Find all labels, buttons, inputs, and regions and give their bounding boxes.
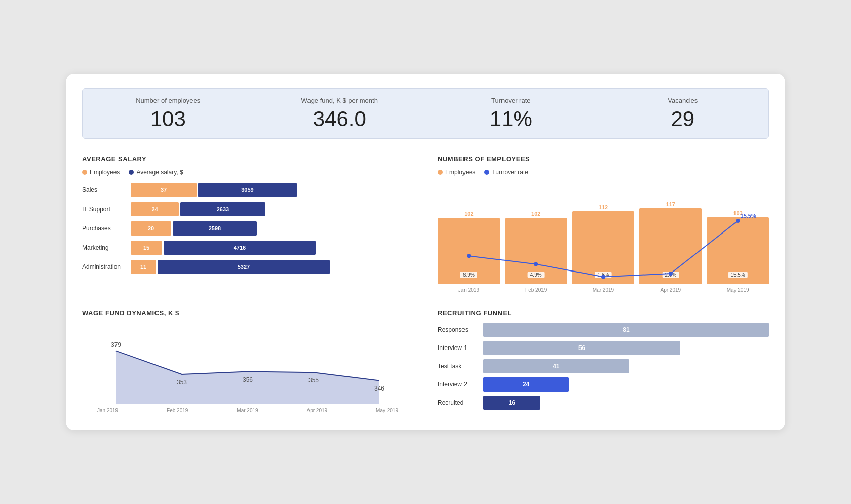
funnel-row-label: Recruited <box>438 399 478 406</box>
funnel-bar-wrap: 24 <box>483 377 769 392</box>
emp-bar-top-label: 112 <box>599 204 608 210</box>
wage-x-label: May 2019 <box>376 408 398 413</box>
emp-x-label: Apr 2019 <box>639 287 702 293</box>
funnel-bar: 81 <box>483 323 769 337</box>
emp-x-label: Feb 2019 <box>505 287 567 293</box>
funnel-bar-wrap: 16 <box>483 396 769 410</box>
avg-salary-legend: EmployeesAverage salary, $ <box>82 169 413 176</box>
funnel-bar-wrap: 56 <box>483 341 769 355</box>
funnel-row: Interview 224 <box>438 377 769 392</box>
emp-bar-fill: 2.6% <box>639 208 702 284</box>
bar-group: 15 4716 <box>131 241 413 255</box>
emp-bar-col: 1172.6% <box>639 201 702 284</box>
emp-bar-top-label: 103 <box>733 210 742 216</box>
kpi-card-1: Wage fund, K $ per month 346.0 <box>254 89 426 138</box>
avg-salary-bar-row: Sales 37 3059 <box>82 183 413 197</box>
kpi-card-2: Turnover rate 11% <box>426 89 597 138</box>
main-grid: AVERAGE SALARY EmployeesAverage salary, … <box>82 155 769 414</box>
avg-salary-section: AVERAGE SALARY EmployeesAverage salary, … <box>82 155 413 293</box>
funnel-row: Responses81 <box>438 323 769 337</box>
avg-salary-bar-row: Marketing 15 4716 <box>82 241 413 255</box>
kpi-row: Number of employees 103 Wage fund, K $ p… <box>82 88 769 138</box>
funnel-row: Recruited16 <box>438 396 769 410</box>
kpi-value-0: 103 <box>93 107 244 131</box>
funnel-row-label: Interview 1 <box>438 344 478 352</box>
emp-bar-col: 10315.5% <box>707 210 769 284</box>
emp-bar: 37 <box>131 183 197 197</box>
emp-x-label: Mar 2019 <box>572 287 635 293</box>
wage-fund-title: WAGE FUND DYNAMICS, K $ <box>82 309 413 317</box>
emp-bar-top-label: 102 <box>531 211 540 217</box>
emp-numbers-legend: EmployeesTurnover rate <box>438 169 769 176</box>
emp-x-label: May 2019 <box>707 287 769 293</box>
emp-rate-badge: 1.8% <box>595 272 612 278</box>
funnel-section: RECRUITING FUNNEL Responses81Interview 1… <box>438 309 769 414</box>
bar-label: Purchases <box>82 225 128 232</box>
sal-bar: 5327 <box>158 260 330 274</box>
kpi-card-3: Vacancies 29 <box>597 89 769 138</box>
emp-bar-fill: 6.9% <box>438 218 500 284</box>
avg-salary-bar-row: Purchases 20 2598 <box>82 221 413 236</box>
funnel-chart: Responses81Interview 156Test task41Inter… <box>438 323 769 410</box>
wage-fund-svg: 379353356355346 <box>82 323 413 404</box>
bar-group: 11 5327 <box>131 260 413 274</box>
emp-x-label: Jan 2019 <box>438 287 500 293</box>
wage-x-label: Apr 2019 <box>307 408 328 413</box>
bar-group: 37 3059 <box>131 183 413 197</box>
funnel-bar-wrap: 41 <box>483 359 769 373</box>
bar-group: 24 2633 <box>131 202 413 216</box>
kpi-value-2: 11% <box>436 107 587 131</box>
funnel-bar-wrap: 81 <box>483 323 769 337</box>
funnel-bar: 24 <box>483 377 569 392</box>
emp-bar-col: 1121.8% <box>572 204 635 284</box>
kpi-label-0: Number of employees <box>93 97 244 104</box>
sal-bar: 2633 <box>180 202 265 216</box>
avg-salary-bar-row: IT Support 24 2633 <box>82 202 413 216</box>
kpi-value-1: 346.0 <box>264 107 415 131</box>
wage-chart-wrapper: 379353356355346Jan 2019Feb 2019Mar 2019A… <box>82 323 413 414</box>
avg-salary-bar-row: Administration 11 5327 <box>82 260 413 274</box>
funnel-row: Test task41 <box>438 359 769 373</box>
legend-item: Employees <box>438 169 475 176</box>
bar-label: Marketing <box>82 244 128 251</box>
kpi-label-3: Vacancies <box>607 97 759 104</box>
svg-text:356: 356 <box>243 376 253 383</box>
emp-bar: 20 <box>131 221 171 236</box>
emp-rate-badge: 15.5% <box>728 272 747 278</box>
emp-bar-top-label: 117 <box>666 201 675 207</box>
funnel-bar: 56 <box>483 341 680 355</box>
kpi-card-0: Number of employees 103 <box>83 89 254 138</box>
avg-salary-title: AVERAGE SALARY <box>82 155 413 163</box>
sal-bar: 2598 <box>173 221 257 236</box>
emp-rate-badge: 4.9% <box>528 272 545 278</box>
emp-rate-badge: 2.6% <box>662 272 679 278</box>
wage-fund-section: WAGE FUND DYNAMICS, K $ 379353356355346J… <box>82 309 413 414</box>
emp-bar-top-label: 102 <box>464 211 473 217</box>
funnel-row-label: Test task <box>438 363 478 370</box>
bar-label: Administration <box>82 263 128 270</box>
svg-text:379: 379 <box>111 341 121 348</box>
bar-group: 20 2598 <box>131 221 413 236</box>
kpi-label-2: Turnover rate <box>436 97 587 104</box>
svg-text:346: 346 <box>374 385 384 392</box>
funnel-row-label: Interview 2 <box>438 381 478 388</box>
emp-bar-col: 1026.9% <box>438 211 500 284</box>
legend-item: Average salary, $ <box>129 169 183 176</box>
wage-x-label: Jan 2019 <box>97 408 118 413</box>
bar-label: IT Support <box>82 206 128 213</box>
wage-x-label: Feb 2019 <box>167 408 188 413</box>
kpi-value-3: 29 <box>607 107 759 131</box>
legend-item: Turnover rate <box>484 169 528 176</box>
funnel-title: RECRUITING FUNNEL <box>438 309 769 317</box>
emp-bar: 15 <box>131 241 162 255</box>
emp-rate-badge: 6.9% <box>460 272 477 278</box>
kpi-label-1: Wage fund, K $ per month <box>264 97 415 104</box>
emp-numbers-title: NUMBERS OF EMPLOYEES <box>438 155 769 163</box>
funnel-row-label: Responses <box>438 326 478 333</box>
svg-text:355: 355 <box>308 377 319 384</box>
bar-label: Sales <box>82 186 128 193</box>
emp-bar-col: 1024.9% <box>505 211 567 284</box>
sal-bar: 4716 <box>164 241 316 255</box>
emp-chart-wrapper: 1026.9%1024.9%1121.8%1172.6%10315.5%15.5… <box>438 183 769 293</box>
funnel-bar: 16 <box>483 396 540 410</box>
